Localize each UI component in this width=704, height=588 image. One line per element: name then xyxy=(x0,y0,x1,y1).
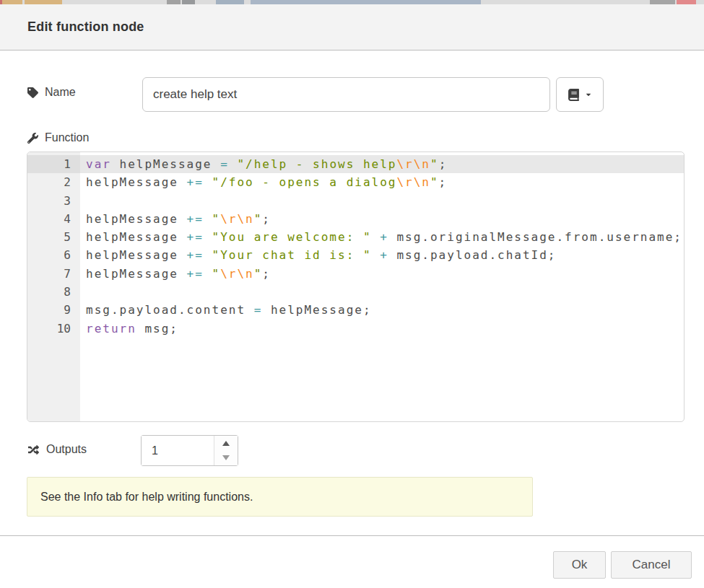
shuffle-icon xyxy=(27,444,40,455)
function-label: Function xyxy=(27,131,89,144)
wrench-icon xyxy=(27,133,38,144)
code-line[interactable]: 7helpMessage += "\r\n"; xyxy=(27,265,684,283)
line-number: 2 xyxy=(27,173,80,191)
code-line[interactable]: 5helpMessage += "You are welcome: " + ms… xyxy=(27,228,684,246)
code-text[interactable]: helpMessage += "\r\n"; xyxy=(80,210,684,228)
cancel-button[interactable]: Cancel xyxy=(611,551,692,579)
caret-up-icon xyxy=(222,441,230,446)
form-tips: See the Info tab for help writing functi… xyxy=(27,477,533,517)
caret-down-icon xyxy=(222,455,230,460)
name-label: Name xyxy=(27,86,76,99)
code-text[interactable]: msg.payload.content = helpMessage; xyxy=(80,301,684,319)
outputs-spinner xyxy=(141,435,238,466)
code-text[interactable]: helpMessage += "You are welcome: " + msg… xyxy=(80,228,684,246)
code-line[interactable]: 9msg.payload.content = helpMessage; xyxy=(27,301,684,319)
name-input[interactable] xyxy=(142,77,550,112)
code-text[interactable]: helpMessage += "\r\n"; xyxy=(80,265,684,283)
code-line[interactable]: 1var helpMessage = "/help - shows help\r… xyxy=(27,155,684,173)
outputs-input[interactable] xyxy=(142,436,212,465)
code-text[interactable] xyxy=(80,283,684,301)
spinner-up-button[interactable] xyxy=(214,436,238,451)
line-number: 8 xyxy=(27,283,80,301)
line-number: 3 xyxy=(27,192,80,210)
code-text[interactable]: helpMessage += "/foo - opens a dialog\r\… xyxy=(80,173,684,191)
function-label-text: Function xyxy=(45,131,89,144)
dialog-title: Edit function node xyxy=(27,19,144,35)
code-text[interactable] xyxy=(80,192,684,210)
code-line[interactable]: 6helpMessage += "Your chat id is: " + ms… xyxy=(27,246,684,264)
code-text[interactable]: helpMessage += "Your chat id is: " + msg… xyxy=(80,246,684,264)
form-tips-text: See the Info tab for help writing functi… xyxy=(40,491,253,504)
spinner-down-button[interactable] xyxy=(214,451,238,466)
edit-function-node-dialog: Edit function node Name Function 1var he… xyxy=(0,4,704,588)
screen: Edit function node Name Function 1var he… xyxy=(0,0,704,588)
code-line[interactable]: 4helpMessage += "\r\n"; xyxy=(27,210,684,228)
code-text[interactable]: var helpMessage = "/help - shows help\r\… xyxy=(80,155,684,173)
line-number: 7 xyxy=(27,265,80,283)
outputs-label: Outputs xyxy=(27,443,87,456)
tag-icon xyxy=(27,87,38,98)
code-text[interactable]: return msg; xyxy=(80,320,684,338)
spinner-buttons xyxy=(214,436,238,465)
caret-down-icon xyxy=(585,91,592,98)
line-number: 10 xyxy=(27,320,80,338)
line-number: 5 xyxy=(27,228,80,246)
code-line[interactable]: 3 xyxy=(27,192,684,210)
dialog-header: Edit function node xyxy=(0,4,704,51)
code-line[interactable]: 8 xyxy=(27,283,684,301)
library-button[interactable] xyxy=(556,77,604,112)
name-label-text: Name xyxy=(45,86,76,99)
ok-button[interactable]: Ok xyxy=(553,551,606,579)
outputs-label-text: Outputs xyxy=(46,443,87,456)
line-number: 1 xyxy=(27,155,80,173)
line-number: 6 xyxy=(27,246,80,264)
footer-divider xyxy=(0,535,704,536)
function-code-editor[interactable]: 1var helpMessage = "/help - shows help\r… xyxy=(27,152,685,422)
code-lines[interactable]: 1var helpMessage = "/help - shows help\r… xyxy=(27,155,684,338)
book-icon xyxy=(568,89,580,101)
code-line[interactable]: 10return msg; xyxy=(27,320,684,338)
line-number: 9 xyxy=(27,301,80,319)
line-number: 4 xyxy=(27,210,80,228)
code-line[interactable]: 2helpMessage += "/foo - opens a dialog\r… xyxy=(27,173,684,191)
